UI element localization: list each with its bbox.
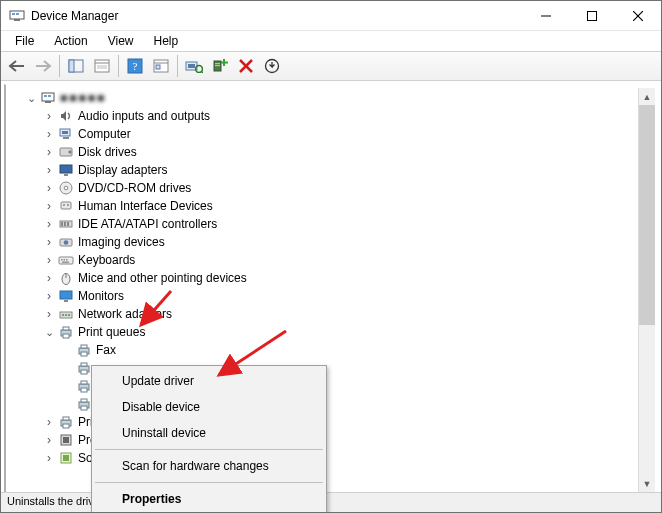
imaging-icon [58, 234, 74, 250]
properties-button[interactable] [90, 54, 114, 78]
help-button[interactable]: ? [123, 54, 147, 78]
category-item[interactable]: Network adapters [10, 305, 658, 323]
svg-rect-85 [63, 455, 69, 461]
svg-point-44 [67, 204, 69, 206]
svg-rect-32 [45, 101, 51, 103]
tree-item-label: Keyboards [78, 253, 135, 267]
expander-icon[interactable] [42, 289, 56, 303]
tree-item-label: DVD/CD-ROM drives [78, 181, 191, 195]
tree-root[interactable]: ■■■■■ [10, 89, 658, 107]
ctx-properties[interactable]: Properties [94, 486, 324, 512]
ctx-uninstall-device[interactable]: Uninstall device [94, 420, 324, 446]
menu-separator [95, 482, 323, 483]
svg-rect-38 [60, 165, 72, 173]
category-print-queues[interactable]: Print queues [10, 323, 658, 341]
svg-rect-46 [61, 222, 63, 226]
svg-rect-74 [81, 381, 87, 384]
svg-line-22 [201, 71, 203, 73]
expander-icon[interactable] [42, 199, 56, 213]
expander-icon[interactable] [42, 253, 56, 267]
back-button[interactable] [5, 54, 29, 78]
ctx-update-driver[interactable]: Update driver [94, 368, 324, 394]
minimize-button[interactable] [523, 1, 569, 31]
svg-rect-58 [60, 291, 72, 299]
update-driver-button[interactable] [260, 54, 284, 78]
expander-icon[interactable] [42, 217, 56, 231]
category-item[interactable]: Imaging devices [10, 233, 658, 251]
svg-point-50 [64, 240, 69, 245]
printer-item[interactable]: Fax [10, 341, 658, 359]
svg-rect-9 [69, 60, 74, 72]
category-item[interactable]: Mice and other pointing devices [10, 269, 658, 287]
tree-item-label: Computer [78, 127, 131, 141]
svg-rect-1 [12, 13, 15, 15]
svg-rect-68 [81, 345, 87, 348]
scroll-down-button[interactable]: ▼ [639, 475, 655, 492]
svg-rect-66 [63, 334, 69, 338]
computer-icon [58, 126, 74, 142]
svg-rect-69 [81, 352, 87, 356]
expander-icon[interactable] [42, 433, 56, 447]
expander-icon[interactable] [42, 163, 56, 177]
category-item[interactable]: IDE ATA/ATAPI controllers [10, 215, 658, 233]
expander-icon[interactable] [42, 181, 56, 195]
svg-rect-81 [63, 424, 69, 428]
vertical-scrollbar[interactable]: ▲ ▼ [638, 88, 655, 492]
category-item[interactable]: Display adapters [10, 161, 658, 179]
svg-rect-5 [588, 11, 597, 20]
app-icon [9, 8, 25, 24]
expander-icon[interactable] [42, 451, 56, 465]
expander-icon [60, 343, 74, 357]
svg-rect-75 [81, 388, 87, 392]
expander-icon[interactable] [42, 415, 56, 429]
category-item[interactable]: Disk drives [10, 143, 658, 161]
menu-action[interactable]: Action [46, 32, 95, 50]
menu-view[interactable]: View [100, 32, 142, 50]
action-properties-button[interactable] [149, 54, 173, 78]
menu-help[interactable]: Help [146, 32, 187, 50]
svg-rect-53 [64, 259, 66, 261]
scroll-thumb[interactable] [639, 105, 655, 325]
maximize-button[interactable] [569, 1, 615, 31]
expander-icon[interactable] [42, 325, 56, 339]
category-item[interactable]: Computer [10, 125, 658, 143]
category-item[interactable]: Human Interface Devices [10, 197, 658, 215]
uninstall-button[interactable] [234, 54, 258, 78]
mouse-icon [58, 270, 74, 286]
svg-rect-20 [188, 64, 195, 68]
svg-point-62 [65, 314, 67, 316]
close-button[interactable] [615, 1, 661, 31]
svg-rect-39 [64, 174, 68, 176]
expander-icon[interactable] [42, 145, 56, 159]
expander-icon [60, 361, 74, 375]
expander-icon[interactable] [42, 235, 56, 249]
ctx-scan-for-hardware-changes[interactable]: Scan for hardware changes [94, 453, 324, 479]
svg-rect-35 [63, 137, 69, 139]
tree-item-label: Imaging devices [78, 235, 165, 249]
expander-icon[interactable] [42, 109, 56, 123]
expander-icon[interactable] [24, 91, 38, 105]
ctx-disable-device[interactable]: Disable device [94, 394, 324, 420]
svg-rect-34 [62, 131, 68, 134]
speaker-icon [58, 108, 74, 124]
svg-rect-65 [63, 327, 69, 330]
printer-icon [76, 342, 92, 358]
toolbar: ? [1, 51, 661, 81]
scan-hardware-button[interactable] [182, 54, 206, 78]
category-item[interactable]: Monitors [10, 287, 658, 305]
forward-button[interactable] [31, 54, 55, 78]
network-icon [58, 306, 74, 322]
expander-icon[interactable] [42, 307, 56, 321]
add-hardware-button[interactable] [208, 54, 232, 78]
expander-icon[interactable] [42, 127, 56, 141]
category-item[interactable]: Audio inputs and outputs [10, 107, 658, 125]
svg-rect-71 [81, 363, 87, 366]
tree-item-label: Print queues [78, 325, 145, 339]
show-hide-tree-button[interactable] [64, 54, 88, 78]
disc-icon [58, 180, 74, 196]
menu-file[interactable]: File [7, 32, 42, 50]
category-item[interactable]: DVD/CD-ROM drives [10, 179, 658, 197]
scroll-up-button[interactable]: ▲ [639, 88, 655, 105]
category-item[interactable]: Keyboards [10, 251, 658, 269]
expander-icon[interactable] [42, 271, 56, 285]
